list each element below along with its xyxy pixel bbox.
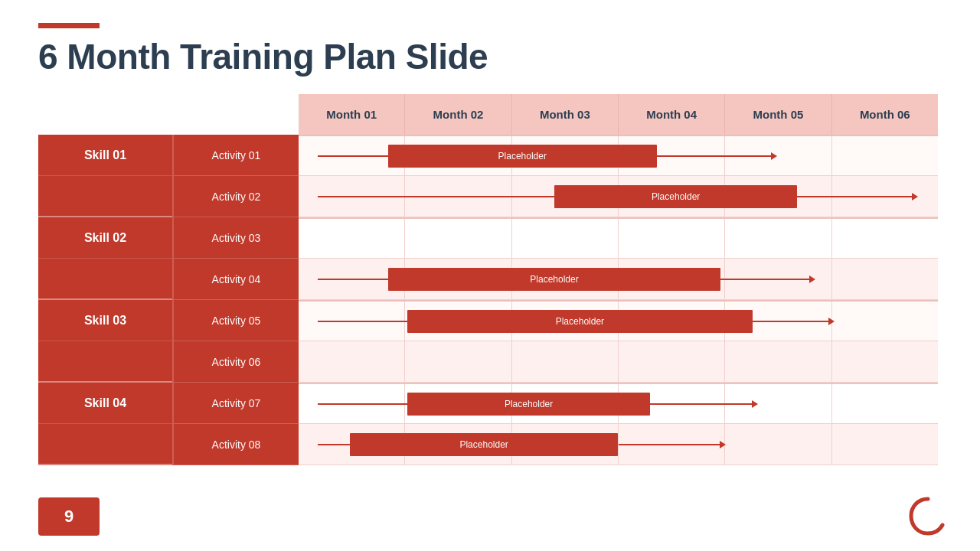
activity-label-3: Activity 03 — [172, 217, 299, 259]
grid-cell-r5-m3 — [512, 302, 619, 341]
grid-cell-r3-m2 — [405, 219, 511, 259]
grid-cell-r5-m4 — [619, 302, 725, 341]
grid-cell-r1-m6 — [832, 136, 938, 176]
grid-cell-r2-m5 — [725, 176, 831, 217]
left-rows: Skill 01Activity 01Activity 02Skill 02Ac… — [38, 135, 299, 465]
grid-cell-r8-m5 — [725, 424, 831, 465]
grid-cell-r2-m2 — [405, 176, 511, 217]
grid-cell-r8-m2 — [405, 424, 511, 465]
grid-cell-r5-m2 — [405, 302, 511, 341]
grid-cell-r3-m4 — [619, 219, 725, 259]
grid-row-8: Placeholder — [299, 424, 938, 465]
grid-row-2: Placeholder — [299, 176, 938, 217]
grid-cell-r4-m5 — [725, 259, 831, 300]
grid-cell-r2-m1 — [299, 176, 405, 217]
skill-label-2: Skill 02 — [38, 217, 172, 259]
left-row: Skill 04Activity 07 — [38, 383, 299, 424]
grid-cell-r5-m6 — [832, 302, 938, 341]
grid-cell-r6-m3 — [512, 341, 619, 383]
grid-cell-r3-m1 — [299, 219, 405, 259]
grid-cell-r7-m3 — [512, 384, 619, 424]
left-row: Skill 01Activity 01 — [38, 135, 299, 176]
grid-row-6 — [299, 341, 938, 383]
activity-label-8: Activity 08 — [172, 424, 299, 465]
activity-label-4: Activity 04 — [172, 259, 299, 300]
page-number: 9 — [38, 497, 100, 536]
grid-cell-r1-m2 — [405, 136, 511, 176]
skill-label-3 — [38, 341, 172, 383]
activity-label-6: Activity 06 — [172, 341, 299, 383]
grid-cell-r7-m1 — [299, 384, 405, 424]
grid-cell-r8-m6 — [832, 424, 938, 465]
grid-cell-r4-m1 — [299, 259, 405, 300]
gantt-chart: Skill 01Activity 01Activity 02Skill 02Ac… — [38, 94, 938, 465]
grid-cell-r1-m4 — [619, 136, 725, 176]
grid-cell-r3-m6 — [832, 219, 938, 259]
left-row: Skill 03Activity 05 — [38, 300, 299, 341]
grid-cell-r8-m4 — [619, 424, 725, 465]
grid-cell-r8-m3 — [512, 424, 619, 465]
grid-cell-r6-m1 — [299, 341, 405, 383]
grid-cell-r3-m5 — [725, 219, 831, 259]
grid-row-4: Placeholder — [299, 259, 938, 300]
grid-cell-r8-m1 — [299, 424, 405, 465]
grid-cell-r3-m3 — [512, 219, 619, 259]
skill-label-4: Skill 04 — [38, 383, 172, 424]
month-04: Month 04 — [619, 94, 725, 135]
month-05: Month 05 — [725, 94, 831, 135]
left-row: Activity 04 — [38, 259, 299, 300]
skill-label-4 — [38, 424, 172, 465]
grid-cell-r7-m5 — [725, 384, 831, 424]
left-row: Skill 02Activity 03 — [38, 217, 299, 259]
grid-cell-r7-m6 — [832, 384, 938, 424]
left-row: Activity 02 — [38, 176, 299, 217]
grid-cell-r4-m2 — [405, 259, 511, 300]
month-01: Month 01 — [299, 94, 405, 135]
grid-cell-r7-m4 — [619, 384, 725, 424]
month-06: Month 06 — [832, 94, 938, 135]
right-section: Month 01 Month 02 Month 03 Month 04 Mont… — [299, 94, 938, 465]
grid-row-7: Placeholder — [299, 383, 938, 424]
skill-label-3: Skill 03 — [38, 300, 172, 341]
grid-row-1: Placeholder — [299, 135, 938, 176]
grid-cell-r1-m5 — [725, 136, 831, 176]
grid-row-3 — [299, 217, 938, 259]
left-row: Activity 08 — [38, 424, 299, 465]
brand-icon — [907, 495, 949, 537]
grid-cell-r6-m5 — [725, 341, 831, 383]
accent-line — [38, 23, 100, 28]
grid-rows: PlaceholderPlaceholderPlaceholderPlaceho… — [299, 135, 938, 465]
grid-cell-r6-m2 — [405, 341, 511, 383]
month-headers: Month 01 Month 02 Month 03 Month 04 Mont… — [299, 94, 938, 135]
activity-label-5: Activity 05 — [172, 300, 299, 341]
grid-cell-r4-m4 — [619, 259, 725, 300]
grid-cell-r4-m3 — [512, 259, 619, 300]
skill-label-2 — [38, 259, 172, 300]
grid-cell-r7-m2 — [405, 384, 511, 424]
grid-cell-r2-m3 — [512, 176, 619, 217]
grid-cell-r5-m1 — [299, 302, 405, 341]
grid-cell-r6-m4 — [619, 341, 725, 383]
header-spacer — [38, 94, 299, 135]
grid-cell-r5-m5 — [725, 302, 831, 341]
grid-cell-r4-m6 — [832, 259, 938, 300]
grid-cell-r2-m4 — [619, 176, 725, 217]
activity-label-1: Activity 01 — [172, 135, 299, 176]
slide: 6 Month Training Plan Slide Skill 01Acti… — [0, 0, 980, 551]
activity-label-7: Activity 07 — [172, 383, 299, 424]
month-03: Month 03 — [512, 94, 619, 135]
grid-cell-r2-m6 — [832, 176, 938, 217]
slide-title: 6 Month Training Plan Slide — [38, 36, 942, 77]
month-02: Month 02 — [405, 94, 511, 135]
left-row: Activity 06 — [38, 341, 299, 383]
skill-label-1: Skill 01 — [38, 135, 172, 176]
activity-label-2: Activity 02 — [172, 176, 299, 217]
grid-cell-r6-m6 — [832, 341, 938, 383]
left-section: Skill 01Activity 01Activity 02Skill 02Ac… — [38, 94, 299, 465]
grid-cell-r1-m3 — [512, 136, 619, 176]
skill-label-1 — [38, 176, 172, 217]
grid-row-5: Placeholder — [299, 300, 938, 341]
grid-cell-r1-m1 — [299, 136, 405, 176]
